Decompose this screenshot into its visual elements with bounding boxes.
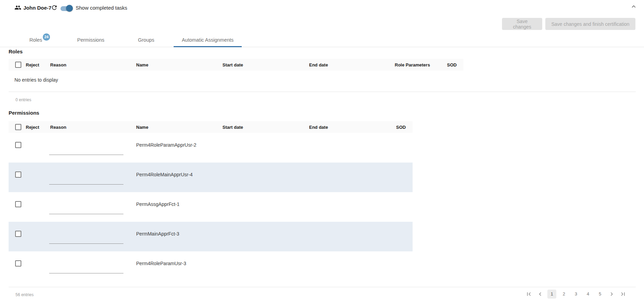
- row-permission-name: PermMainApprFct-3: [136, 231, 179, 237]
- page-button-2[interactable]: 2: [559, 290, 568, 299]
- row-reject-checkbox[interactable]: [15, 201, 21, 207]
- row-permission-name: Perm4RoleParamUsr-3: [136, 261, 186, 266]
- roles-table-header: Reject Reason Name Start date End date R…: [9, 59, 463, 71]
- show-completed-label: Show completed tasks: [76, 5, 127, 11]
- permissions-col-sod: SOD: [396, 125, 406, 130]
- roles-col-sod: SOD: [447, 62, 457, 67]
- page-button-3[interactable]: 3: [571, 290, 580, 299]
- previous-page-button[interactable]: [536, 290, 544, 299]
- row-reason-input[interactable]: [49, 145, 123, 155]
- row-reject-checkbox[interactable]: [15, 171, 21, 178]
- page: John Doe-7 Show completed tasks Save cha…: [0, 0, 644, 302]
- toggle-thumb: [66, 5, 73, 12]
- save-finish-certification-button[interactable]: Save changes and finish certification: [545, 18, 635, 30]
- next-page-button[interactable]: [608, 290, 616, 299]
- roles-empty-row: No entries to display: [9, 71, 636, 92]
- refresh-button[interactable]: [51, 4, 58, 11]
- permissions-col-name: Name: [136, 125, 148, 130]
- page-button-1[interactable]: 1: [547, 290, 556, 299]
- table-row: Perm4RoleMainApprUsr-4: [9, 163, 413, 192]
- permissions-col-end-date: End date: [309, 125, 328, 130]
- last-page-button[interactable]: [619, 290, 627, 299]
- table-row: PermAssgApprFct-1: [9, 192, 413, 222]
- roles-col-reason: Reason: [50, 62, 66, 67]
- roles-count-badge: 24: [43, 33, 50, 41]
- page-title-user: John Doe-7: [23, 5, 52, 11]
- roles-col-end-date: End date: [309, 62, 328, 67]
- show-completed-toggle[interactable]: [61, 5, 73, 12]
- people-icon: [14, 4, 21, 11]
- collapse-panel-button[interactable]: [630, 2, 639, 11]
- page-button-4[interactable]: 4: [583, 290, 592, 299]
- first-page-button[interactable]: [525, 290, 533, 299]
- tab-roles-label: Roles: [29, 37, 42, 43]
- permissions-table-header: Reject Reason Name Start date End date S…: [9, 121, 413, 133]
- table-row: Perm4RoleParamUsr-3: [9, 251, 413, 281]
- permissions-section-title: Permissions: [9, 110, 39, 116]
- row-permission-name: Perm4RoleParamApprUsr-2: [136, 142, 196, 148]
- tab-automatic-assignments[interactable]: Automatic Assignments: [182, 37, 234, 43]
- tab-permissions[interactable]: Permissions: [77, 37, 105, 43]
- tab-groups[interactable]: Groups: [138, 37, 154, 43]
- roles-col-start-date: Start date: [222, 62, 243, 67]
- page-button-5[interactable]: 5: [596, 290, 604, 299]
- roles-entries-count: 0 entries: [15, 97, 31, 102]
- chevron-left-icon: [537, 291, 544, 298]
- permissions-table-body: Perm4RoleParamApprUsr-2 Perm4RoleMainApp…: [9, 133, 413, 281]
- roles-empty-text: No entries to display: [14, 77, 58, 83]
- chevron-right-icon: [608, 291, 615, 298]
- chevron-up-icon: [630, 3, 637, 10]
- permissions-col-start-date: Start date: [222, 125, 243, 130]
- tab-roles[interactable]: Roles 24: [29, 37, 42, 43]
- roles-col-role-parameters: Role Parameters: [395, 62, 430, 67]
- permissions-col-reason: Reason: [50, 125, 66, 130]
- row-reason-input[interactable]: [49, 174, 123, 185]
- roles-select-all-checkbox[interactable]: [15, 62, 21, 68]
- permissions-col-reject: Reject: [26, 125, 39, 130]
- row-reason-input[interactable]: [49, 233, 123, 244]
- permissions-select-all-checkbox[interactable]: [15, 124, 21, 130]
- roles-divider: [9, 92, 636, 92]
- pagination: 1 2 3 4 5: [525, 290, 627, 299]
- refresh-icon: [51, 4, 58, 11]
- row-reject-checkbox[interactable]: [15, 231, 21, 237]
- row-reject-checkbox[interactable]: [15, 260, 21, 267]
- row-permission-name: Perm4RoleMainApprUsr-4: [136, 172, 193, 177]
- tab-bar: Roles 24 Permissions Groups Automatic As…: [0, 33, 644, 47]
- last-page-icon: [620, 291, 626, 298]
- roles-section-title: Roles: [9, 49, 23, 54]
- table-row: PermMainApprFct-3: [9, 222, 413, 251]
- row-reason-input[interactable]: [49, 204, 123, 214]
- roles-col-name: Name: [136, 62, 148, 67]
- permissions-entries-count: 56 entries: [15, 292, 34, 297]
- first-page-icon: [525, 291, 532, 298]
- active-tab-indicator: [174, 46, 242, 47]
- table-row: Perm4RoleParamApprUsr-2: [9, 133, 413, 163]
- row-reject-checkbox[interactable]: [15, 142, 21, 148]
- row-reason-input[interactable]: [49, 263, 123, 273]
- footer-divider: [9, 287, 636, 287]
- save-changes-button[interactable]: Save changes: [502, 18, 542, 30]
- row-permission-name: PermAssgApprFct-1: [136, 201, 179, 207]
- roles-col-reject: Reject: [26, 62, 39, 67]
